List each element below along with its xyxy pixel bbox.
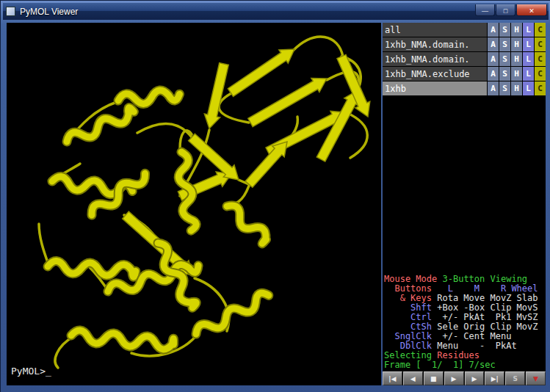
window-controls: —□✕ [475, 4, 547, 16]
object-list: allASHLC1xhb_NMA.domain.ASHLC1xhb_NMA.do… [383, 23, 546, 96]
vcr-go-to-end-button[interactable]: ▶| [485, 371, 504, 385]
object-h-menu-button[interactable]: H [511, 67, 522, 81]
command-prompt[interactable]: PyMOL>_ [11, 366, 51, 377]
pymol-window: PyMOL Viewer —□✕ PyMOL>_ allASHLC1xhb_NM… [0, 0, 550, 392]
object-name[interactable]: 1xhb [383, 81, 487, 95]
close-button[interactable]: ✕ [516, 4, 547, 16]
object-a-menu-button[interactable]: A [488, 67, 499, 81]
object-h-menu-button[interactable]: H [511, 52, 522, 66]
vcr-hide-panel-button[interactable]: ▼ [526, 371, 546, 385]
object-row: 1xhb_NMA.excludeASHLC [383, 67, 546, 81]
vcr-step-back-button[interactable]: ◀ [403, 371, 423, 385]
object-name[interactable]: all [383, 23, 487, 37]
object-name[interactable]: 1xhb_NMA.domain. [383, 37, 487, 51]
object-list-spacer [383, 96, 546, 275]
vcr-step-forward-button[interactable]: ▶ [465, 371, 485, 385]
object-a-menu-button[interactable]: A [488, 37, 499, 51]
object-name[interactable]: 1xhb_NMA.domain. [383, 52, 487, 66]
object-a-menu-button[interactable]: A [488, 52, 499, 66]
object-l-menu-button[interactable]: L [523, 23, 534, 37]
object-h-menu-button[interactable]: H [511, 23, 522, 37]
title-bar[interactable]: PyMOL Viewer —□✕ [3, 3, 549, 20]
vcr-stop-button[interactable]: ■ [424, 371, 444, 385]
protein-structure [7, 23, 381, 385]
vcr-scene-button[interactable]: S [505, 371, 525, 385]
object-s-menu-button[interactable]: S [499, 52, 510, 66]
object-c-menu-button[interactable]: C [535, 52, 546, 66]
object-a-menu-button[interactable]: A [488, 81, 499, 95]
object-row: 1xhb_NMA.domain.ASHLC [383, 52, 546, 66]
mouse-help-line: Frame [ 1/ 1] 7/sec [384, 360, 546, 370]
mouse-mode-panel[interactable]: Mouse Mode 3-Button Viewing Buttons L M … [383, 275, 546, 370]
minimize-button[interactable]: — [475, 4, 495, 16]
object-c-menu-button[interactable]: C [535, 23, 546, 37]
object-h-menu-button[interactable]: H [511, 37, 522, 51]
object-c-menu-button[interactable]: C [535, 37, 546, 51]
object-s-menu-button[interactable]: S [499, 37, 510, 51]
object-l-menu-button[interactable]: L [523, 37, 534, 51]
vcr-play-button[interactable]: ▶ [444, 371, 464, 385]
app-icon [6, 7, 15, 16]
object-h-menu-button[interactable]: H [511, 81, 522, 95]
object-row: allASHLC [383, 23, 546, 37]
object-c-menu-button[interactable]: C [535, 67, 546, 81]
object-name[interactable]: 1xhb_NMA.exclude [383, 67, 487, 81]
object-l-menu-button[interactable]: L [523, 52, 534, 66]
window-title: PyMOL Viewer [20, 7, 78, 17]
object-row: 1xhb_NMA.domain.ASHLC [383, 37, 546, 51]
object-s-menu-button[interactable]: S [499, 23, 510, 37]
object-c-menu-button[interactable]: C [535, 81, 546, 95]
object-a-menu-button[interactable]: A [488, 23, 499, 37]
object-l-menu-button[interactable]: L [523, 81, 534, 95]
movie-controls: |◀◀■▶▶▶|S▼ [383, 371, 546, 385]
vcr-go-to-start-button[interactable]: |◀ [383, 371, 402, 385]
object-s-menu-button[interactable]: S [499, 67, 510, 81]
maximize-button[interactable]: □ [496, 4, 515, 16]
object-l-menu-button[interactable]: L [523, 67, 534, 81]
object-row: 1xhbASHLC [383, 81, 546, 95]
3d-viewport[interactable]: PyMOL>_ [7, 23, 381, 385]
side-panel: allASHLC1xhb_NMA.domain.ASHLC1xhb_NMA.do… [383, 23, 546, 385]
object-s-menu-button[interactable]: S [499, 81, 510, 95]
